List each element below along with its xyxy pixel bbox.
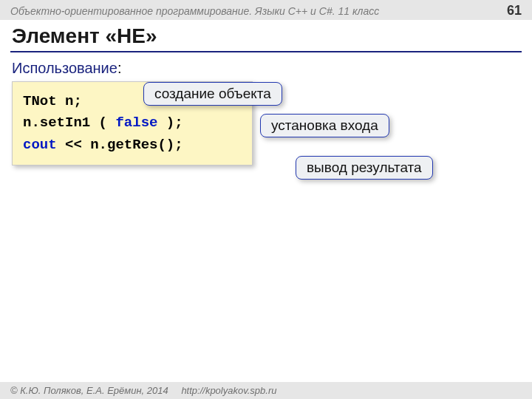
code-l1: TNot n; [23,93,82,109]
code-l3a: << n.getRes(); [57,137,183,153]
callout-create-object: создание объекта [143,82,282,106]
section-label: Использование: [12,60,520,77]
footer-copyright: © К.Ю. Поляков, Е.А. Ерёмин, 2014 [10,385,168,396]
callout-set-input: установка входа [260,114,389,137]
section-colon: : [117,60,122,76]
code-l3-keyword: cout [23,137,57,153]
footer-url: http://kpolyakov.spb.ru [181,385,276,396]
section-label-text: Использование [12,60,117,76]
content-area: Использование: TNot n; n.setIn1 ( false … [0,60,532,166]
page-number: 61 [507,3,522,18]
code-l2-keyword: false [115,115,157,131]
header: Объектно-ориентированное программировани… [0,0,532,20]
callout-output-result: вывод результата [296,156,433,180]
code-l2a: n.setIn1 ( [23,115,115,131]
footer: © К.Ю. Поляков, Е.А. Ерёмин, 2014 http:/… [0,382,532,399]
title-rule [10,51,522,52]
slide-title: Элемент «НЕ» [0,20,532,51]
course-title: Объектно-ориентированное программировани… [10,5,379,17]
code-l2b: ); [157,115,183,131]
